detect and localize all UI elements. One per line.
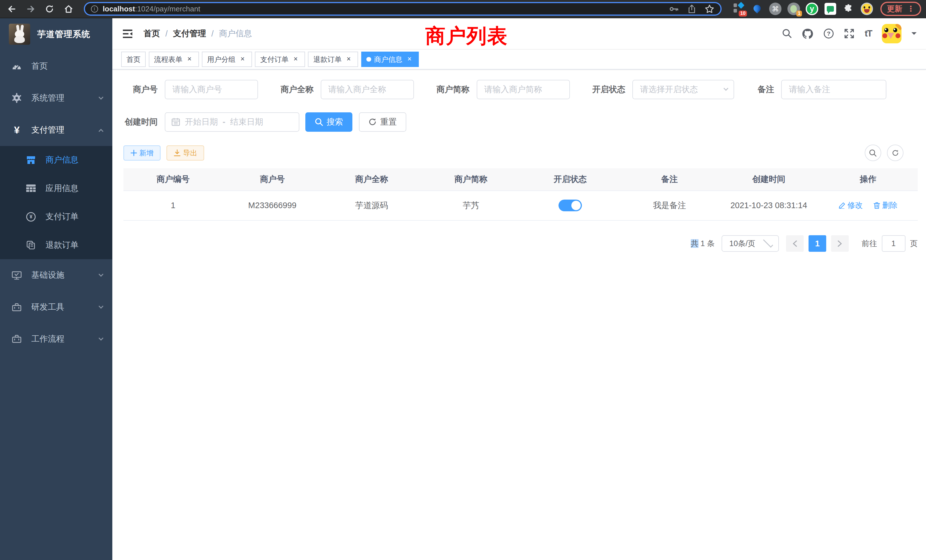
end-date-placeholder[interactable]: 结束日期 (230, 117, 263, 128)
search-button[interactable]: 搜索 (305, 112, 353, 132)
add-label: 新增 (139, 148, 154, 158)
back-icon[interactable] (5, 2, 19, 16)
password-key-icon[interactable] (669, 5, 679, 13)
tab-user-group[interactable]: 用户分组× (202, 51, 252, 67)
tab-label: 退款订单 (313, 55, 342, 64)
table-grid-icon (26, 183, 36, 193)
share-icon[interactable] (687, 4, 696, 14)
tab-refund-order[interactable]: 退款订单× (308, 51, 358, 67)
merchant-no-input[interactable] (165, 80, 258, 99)
chevron-down-icon (98, 95, 103, 100)
filter-label-full-name: 商户全称 (272, 84, 321, 95)
short-name-input[interactable] (477, 80, 570, 99)
sidebar-item-label: 支付订单 (45, 211, 79, 222)
tab-process-form[interactable]: 流程表单× (149, 51, 199, 67)
remark-input[interactable] (781, 80, 887, 99)
tab-merchant-info[interactable]: 商户信息× (361, 51, 419, 67)
sidebar-item-pay[interactable]: ¥ 支付管理 (0, 114, 112, 146)
toggle-search-button[interactable] (865, 145, 881, 161)
github-icon[interactable] (802, 28, 813, 39)
sidebar-item-home[interactable]: 首页 (0, 50, 112, 82)
tab-home[interactable]: 首页 (121, 51, 146, 67)
app-logo[interactable]: 芋道管理系统 (0, 18, 112, 50)
sidebar-item-pay-order[interactable]: ¥ 支付订单 (0, 203, 112, 231)
tab-pay-order[interactable]: 支付订单× (255, 51, 305, 67)
sidebar-item-merchant-info[interactable]: 商户信息 (0, 146, 112, 174)
url-text[interactable]: localhost:1024/pay/merchant (103, 5, 664, 13)
close-icon[interactable]: × (291, 55, 300, 64)
extension-badge: 10 (739, 11, 747, 17)
tags-view-bar: 首页 流程表单× 用户分组× 支付订单× 退款订单× 商户信息× (112, 50, 926, 70)
filter-label-remark: 备注 (748, 84, 781, 95)
full-name-input[interactable] (321, 80, 414, 99)
total-rest: 1 条 (699, 239, 715, 248)
browser-profile-avatar[interactable] (861, 2, 873, 15)
page-number-1[interactable]: 1 (808, 235, 826, 252)
home-icon[interactable] (61, 2, 76, 16)
close-icon[interactable]: × (185, 55, 194, 64)
status-toggle[interactable] (558, 200, 582, 211)
start-date-placeholder[interactable]: 开始日期 (185, 117, 218, 128)
sidebar-item-refund-order[interactable]: 退款订单 (0, 231, 112, 259)
url-path: :1024/pay/merchant (135, 5, 200, 13)
breadcrumb-current: 商户信息 (219, 28, 252, 39)
cell-full-name: 芋道源码 (322, 191, 421, 220)
breadcrumb-pay[interactable]: 支付管理 (173, 28, 206, 39)
delete-link[interactable]: 删除 (873, 200, 897, 210)
breadcrumb-home[interactable]: 首页 (144, 28, 160, 39)
extension-grid-icon[interactable]: 10 (732, 2, 745, 15)
address-bar[interactable]: i localhost:1024/pay/merchant (84, 2, 722, 16)
cell-merchant-no: M233666999 (222, 191, 322, 220)
refresh-table-button[interactable] (887, 145, 903, 161)
add-button[interactable]: 新增 (123, 145, 160, 161)
help-question-icon[interactable]: ? (823, 28, 834, 39)
fullscreen-icon[interactable] (844, 28, 855, 39)
avatar-caret-icon[interactable] (911, 32, 917, 37)
calendar-icon (171, 118, 180, 126)
tab-label: 用户分组 (207, 55, 236, 64)
extension-chat-icon[interactable] (824, 2, 837, 15)
reset-button[interactable]: 重置 (359, 112, 406, 132)
browser-chrome: i localhost:1024/pay/merchant 10 (0, 0, 926, 18)
edit-link[interactable]: 修改 (838, 200, 863, 210)
sidebar-item-infra[interactable]: 基础设施 (0, 259, 112, 291)
next-page-button[interactable] (831, 235, 849, 252)
bookmark-star-icon[interactable] (705, 4, 714, 14)
date-range-input[interactable]: 开始日期 - 结束日期 (165, 112, 300, 132)
status-select[interactable]: 请选择开启状态 (632, 80, 734, 99)
extensions-puzzle-icon[interactable] (842, 2, 855, 15)
filter-label-short-name: 商户简称 (428, 84, 477, 95)
sidebar-item-workflow[interactable]: 工作流程 (0, 323, 112, 355)
extension-command-icon[interactable]: ⌘ (769, 2, 782, 15)
col-header-create-time: 创建时间 (719, 168, 818, 191)
chrome-menu-icon[interactable]: ⋮ (907, 4, 915, 14)
sidebar-item-label: 商户信息 (45, 154, 79, 166)
logo-image (9, 24, 30, 45)
sidebar-item-devtools[interactable]: 研发工具 (0, 291, 112, 323)
page-size-select[interactable]: 10条/页 (722, 235, 779, 252)
goto-page-input[interactable] (882, 235, 905, 252)
col-header-id: 商户编号 (123, 168, 222, 191)
close-icon[interactable]: × (345, 55, 353, 64)
extension-y-icon[interactable]: y (805, 2, 819, 15)
breadcrumb-separator: / (165, 29, 168, 38)
export-button[interactable]: 导出 (166, 145, 204, 161)
sidebar-collapse-icon[interactable] (123, 29, 133, 38)
sidebar-item-label: 退款订单 (45, 239, 79, 251)
cell-short-name: 芋艿 (421, 191, 520, 220)
header-search-icon[interactable] (782, 29, 792, 38)
sidebar-item-app-info[interactable]: 应用信息 (0, 174, 112, 203)
extension-pin-icon[interactable] (750, 2, 764, 15)
prev-page-button[interactable] (786, 235, 804, 252)
close-icon[interactable]: × (406, 55, 414, 64)
reload-icon[interactable] (42, 2, 57, 16)
user-avatar[interactable] (882, 24, 901, 43)
screen: i localhost:1024/pay/merchant 10 (0, 0, 926, 560)
sidebar-item-system[interactable]: 系统管理 (0, 82, 112, 114)
forward-icon[interactable] (24, 2, 38, 16)
site-info-icon[interactable]: i (91, 5, 98, 12)
close-icon[interactable]: × (238, 55, 247, 64)
text-size-icon[interactable]: tT (865, 29, 872, 39)
extension-profile-icon[interactable]: 1 (787, 2, 800, 15)
browser-update-button[interactable]: 更新 ⋮ (881, 2, 921, 16)
